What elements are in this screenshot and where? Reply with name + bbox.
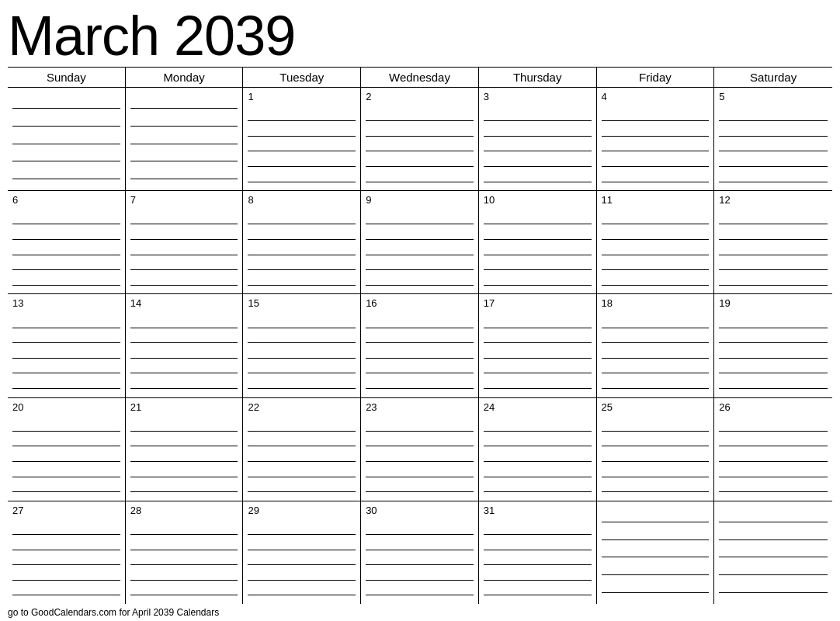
write-line [366, 491, 474, 492]
day-number: 14 [130, 297, 238, 310]
write-line [12, 491, 120, 492]
write-line [602, 285, 710, 286]
write-lines [484, 106, 592, 188]
write-line [602, 557, 710, 557]
write-line [130, 580, 238, 581]
write-line [484, 224, 592, 224]
write-line [484, 446, 592, 446]
write-lines [602, 416, 710, 498]
write-line [248, 224, 356, 224]
write-lines [484, 210, 592, 291]
day-number: 21 [130, 401, 238, 414]
write-lines [602, 106, 710, 188]
write-lines [130, 519, 238, 601]
day-cell-empty-0-1 [126, 88, 244, 190]
write-line [719, 136, 828, 137]
write-lines [248, 106, 356, 188]
day-header-sunday: Sunday [8, 68, 126, 87]
write-line [130, 239, 238, 240]
day-cell-26: 26 [714, 398, 832, 501]
day-cell-8: 8 [243, 191, 361, 293]
footer: go to GoodCalendars.com for April 2039 C… [8, 604, 832, 621]
day-cell-empty-4-6 [714, 501, 832, 604]
day-cell-5: 5 [714, 88, 832, 190]
write-lines [602, 313, 710, 394]
write-line [366, 328, 474, 328]
day-cell-22: 22 [243, 398, 361, 501]
day-cell-31: 31 [479, 501, 597, 604]
write-line [484, 239, 592, 240]
write-line [602, 574, 710, 575]
write-line [366, 550, 474, 550]
write-line [366, 580, 474, 581]
write-line [248, 120, 356, 121]
day-cell-9: 9 [361, 191, 479, 293]
day-cell-17: 17 [479, 294, 597, 397]
write-line [484, 388, 592, 389]
write-line [366, 461, 474, 462]
write-line [130, 108, 238, 109]
day-cell-30: 30 [361, 501, 479, 604]
write-line [602, 431, 710, 432]
write-line [719, 358, 828, 359]
week-row-2: 6789101112 [8, 191, 832, 294]
day-number: 4 [602, 91, 710, 103]
write-line [602, 592, 710, 593]
write-line [130, 431, 238, 432]
write-line [12, 144, 120, 144]
day-number: 23 [366, 401, 474, 414]
day-number: 30 [366, 505, 474, 517]
write-line [602, 461, 710, 462]
write-line [602, 136, 710, 137]
write-line [602, 269, 710, 270]
write-line [719, 224, 828, 224]
week-row-3: 13141516171819 [8, 294, 832, 397]
write-line [248, 534, 356, 535]
day-number: 20 [12, 401, 120, 414]
write-lines [719, 416, 828, 498]
write-line [366, 446, 474, 446]
write-line [719, 477, 828, 477]
write-line [602, 446, 710, 446]
day-cell-15: 15 [243, 294, 361, 397]
day-cell-7: 7 [126, 191, 244, 293]
write-line [484, 136, 592, 137]
day-cell-11: 11 [597, 191, 715, 293]
write-line [12, 580, 120, 581]
write-line [12, 269, 120, 270]
write-line [366, 151, 474, 151]
write-lines [12, 210, 120, 291]
day-cell-25: 25 [597, 398, 715, 501]
day-cell-10: 10 [479, 191, 597, 293]
write-line [12, 477, 120, 477]
write-line [602, 491, 710, 492]
write-line [602, 522, 710, 522]
write-line [719, 182, 828, 182]
write-lines [130, 91, 238, 187]
day-number: 25 [602, 401, 710, 414]
write-lines [248, 519, 356, 601]
day-number: 12 [719, 194, 828, 206]
write-line [12, 342, 120, 343]
write-line [484, 477, 592, 477]
write-line [130, 358, 238, 359]
write-line [12, 446, 120, 446]
write-line [484, 151, 592, 151]
write-line [719, 491, 828, 492]
write-line [484, 373, 592, 373]
day-number: 15 [248, 297, 356, 310]
day-number: 13 [12, 297, 120, 310]
write-lines [248, 210, 356, 291]
write-line [248, 431, 356, 432]
day-number: 29 [248, 505, 356, 517]
day-number: 11 [602, 194, 710, 206]
write-line [130, 126, 238, 127]
day-headers: SundayMondayTuesdayWednesdayThursdayFrid… [8, 68, 832, 88]
day-number: 1 [248, 91, 356, 103]
day-number: 28 [130, 505, 238, 517]
write-lines [719, 313, 828, 394]
write-line [719, 328, 828, 328]
week-row-4: 20212223242526 [8, 398, 832, 501]
day-cell-empty-4-5 [597, 501, 715, 604]
write-line [12, 373, 120, 373]
